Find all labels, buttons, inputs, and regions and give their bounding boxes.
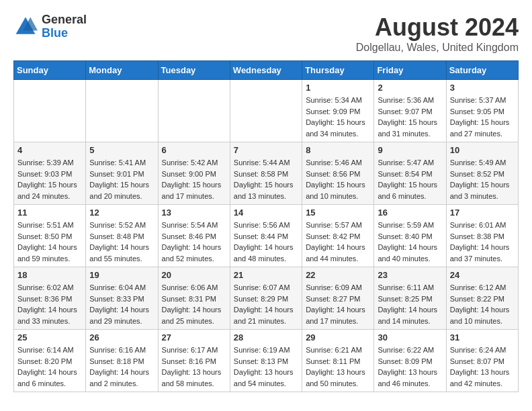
calendar-cell: 27Sunrise: 6:17 AM Sunset: 8:16 PM Dayli… [158,330,230,392]
day-number: 18 [17,270,82,280]
location-text: Dolgellau, Wales, United Kingdom [356,42,519,54]
calendar-cell: 28Sunrise: 6:19 AM Sunset: 8:13 PM Dayli… [230,330,302,392]
day-info: Sunrise: 5:46 AM Sunset: 8:56 PM Dayligh… [306,157,370,201]
day-info: Sunrise: 5:47 AM Sunset: 8:54 PM Dayligh… [378,157,442,201]
header-saturday: Saturday [446,61,518,80]
calendar-cell: 6Sunrise: 5:42 AM Sunset: 9:00 PM Daylig… [158,142,230,205]
day-number: 31 [450,332,515,342]
calendar-week-2: 4Sunrise: 5:39 AM Sunset: 9:03 PM Daylig… [14,142,519,205]
calendar-week-3: 11Sunrise: 5:51 AM Sunset: 8:50 PM Dayli… [14,205,519,267]
logo: General Blue [13,13,87,40]
day-info: Sunrise: 6:09 AM Sunset: 8:27 PM Dayligh… [306,282,370,326]
day-number: 8 [306,145,370,155]
day-info: Sunrise: 6:17 AM Sunset: 8:16 PM Dayligh… [162,345,226,389]
calendar-cell: 23Sunrise: 6:11 AM Sunset: 8:25 PM Dayli… [374,267,446,330]
day-number: 13 [162,208,226,218]
calendar-cell: 29Sunrise: 6:21 AM Sunset: 8:11 PM Dayli… [302,330,374,392]
header-monday: Monday [86,61,158,80]
calendar-week-1: 1Sunrise: 5:34 AM Sunset: 9:09 PM Daylig… [14,80,519,142]
header-thursday: Thursday [302,61,374,80]
calendar-cell: 19Sunrise: 6:04 AM Sunset: 8:33 PM Dayli… [86,267,158,330]
calendar-cell: 4Sunrise: 5:39 AM Sunset: 9:03 PM Daylig… [14,142,86,205]
day-info: Sunrise: 6:04 AM Sunset: 8:33 PM Dayligh… [89,282,154,326]
day-info: Sunrise: 5:39 AM Sunset: 9:03 PM Dayligh… [17,157,82,201]
header-row: Sunday Monday Tuesday Wednesday Thursday… [14,61,519,80]
calendar-cell: 13Sunrise: 5:54 AM Sunset: 8:46 PM Dayli… [158,205,230,267]
day-number: 7 [234,145,298,155]
calendar-cell: 7Sunrise: 5:44 AM Sunset: 8:58 PM Daylig… [230,142,302,205]
day-info: Sunrise: 6:16 AM Sunset: 8:18 PM Dayligh… [89,345,154,389]
day-number: 20 [162,270,226,280]
day-info: Sunrise: 5:34 AM Sunset: 9:09 PM Dayligh… [306,95,370,139]
day-number: 27 [162,332,226,342]
day-number: 16 [378,208,442,218]
calendar-cell: 12Sunrise: 5:52 AM Sunset: 8:48 PM Dayli… [86,205,158,267]
day-info: Sunrise: 5:41 AM Sunset: 9:01 PM Dayligh… [89,157,154,201]
day-info: Sunrise: 5:51 AM Sunset: 8:50 PM Dayligh… [17,220,82,264]
calendar-cell: 3Sunrise: 5:37 AM Sunset: 9:05 PM Daylig… [446,80,518,142]
day-number: 9 [378,145,442,155]
calendar-cell: 26Sunrise: 6:16 AM Sunset: 8:18 PM Dayli… [86,330,158,392]
day-info: Sunrise: 5:54 AM Sunset: 8:46 PM Dayligh… [162,220,226,264]
header-tuesday: Tuesday [158,61,230,80]
header-friday: Friday [374,61,446,80]
calendar-week-5: 25Sunrise: 6:14 AM Sunset: 8:20 PM Dayli… [14,330,519,392]
day-number: 11 [17,208,82,218]
calendar-table: Sunday Monday Tuesday Wednesday Thursday… [13,60,519,392]
day-number: 6 [162,145,226,155]
day-number: 22 [306,270,370,280]
calendar-cell: 17Sunrise: 6:01 AM Sunset: 8:38 PM Dayli… [446,205,518,267]
calendar-cell: 31Sunrise: 6:24 AM Sunset: 8:07 PM Dayli… [446,330,518,392]
calendar-cell: 15Sunrise: 5:57 AM Sunset: 8:42 PM Dayli… [302,205,374,267]
day-number: 19 [89,270,154,280]
day-info: Sunrise: 6:12 AM Sunset: 8:22 PM Dayligh… [450,282,515,326]
calendar-cell: 1Sunrise: 5:34 AM Sunset: 9:09 PM Daylig… [302,80,374,142]
day-number: 10 [450,145,515,155]
calendar-cell [86,80,158,142]
day-info: Sunrise: 5:49 AM Sunset: 8:52 PM Dayligh… [450,157,515,201]
day-number: 12 [89,208,154,218]
day-info: Sunrise: 5:37 AM Sunset: 9:05 PM Dayligh… [450,95,515,139]
day-number: 3 [450,83,515,93]
day-number: 1 [306,83,370,93]
day-number: 4 [17,145,82,155]
day-number: 24 [450,270,515,280]
day-info: Sunrise: 6:02 AM Sunset: 8:36 PM Dayligh… [17,282,82,326]
calendar-week-4: 18Sunrise: 6:02 AM Sunset: 8:36 PM Dayli… [14,267,519,330]
calendar-cell: 2Sunrise: 5:36 AM Sunset: 9:07 PM Daylig… [374,80,446,142]
day-info: Sunrise: 5:59 AM Sunset: 8:40 PM Dayligh… [378,220,442,264]
day-number: 23 [378,270,442,280]
calendar-cell [230,80,302,142]
calendar-cell: 10Sunrise: 5:49 AM Sunset: 8:52 PM Dayli… [446,142,518,205]
day-info: Sunrise: 5:52 AM Sunset: 8:48 PM Dayligh… [89,220,154,264]
day-number: 14 [234,208,298,218]
month-year-title: August 2024 [356,13,519,42]
calendar-cell: 20Sunrise: 6:06 AM Sunset: 8:31 PM Dayli… [158,267,230,330]
day-info: Sunrise: 6:24 AM Sunset: 8:07 PM Dayligh… [450,345,515,389]
calendar-cell: 11Sunrise: 5:51 AM Sunset: 8:50 PM Dayli… [14,205,86,267]
calendar-cell: 22Sunrise: 6:09 AM Sunset: 8:27 PM Dayli… [302,267,374,330]
calendar-cell [158,80,230,142]
day-number: 30 [378,332,442,342]
day-info: Sunrise: 6:01 AM Sunset: 8:38 PM Dayligh… [450,220,515,264]
header-wednesday: Wednesday [230,61,302,80]
day-info: Sunrise: 5:36 AM Sunset: 9:07 PM Dayligh… [378,95,442,139]
day-info: Sunrise: 6:14 AM Sunset: 8:20 PM Dayligh… [17,345,82,389]
calendar-cell [14,80,86,142]
calendar-cell: 16Sunrise: 5:59 AM Sunset: 8:40 PM Dayli… [374,205,446,267]
day-info: Sunrise: 5:56 AM Sunset: 8:44 PM Dayligh… [234,220,298,264]
day-info: Sunrise: 6:22 AM Sunset: 8:09 PM Dayligh… [378,345,442,389]
calendar-cell: 14Sunrise: 5:56 AM Sunset: 8:44 PM Dayli… [230,205,302,267]
day-info: Sunrise: 5:42 AM Sunset: 9:00 PM Dayligh… [162,157,226,201]
day-info: Sunrise: 6:19 AM Sunset: 8:13 PM Dayligh… [234,345,298,389]
day-info: Sunrise: 6:21 AM Sunset: 8:11 PM Dayligh… [306,345,370,389]
calendar-cell: 30Sunrise: 6:22 AM Sunset: 8:09 PM Dayli… [374,330,446,392]
day-info: Sunrise: 6:06 AM Sunset: 8:31 PM Dayligh… [162,282,226,326]
calendar-cell: 21Sunrise: 6:07 AM Sunset: 8:29 PM Dayli… [230,267,302,330]
logo-icon [13,15,38,39]
calendar-cell: 8Sunrise: 5:46 AM Sunset: 8:56 PM Daylig… [302,142,374,205]
day-number: 5 [89,145,154,155]
day-info: Sunrise: 5:57 AM Sunset: 8:42 PM Dayligh… [306,220,370,264]
calendar-cell: 24Sunrise: 6:12 AM Sunset: 8:22 PM Dayli… [446,267,518,330]
day-info: Sunrise: 6:07 AM Sunset: 8:29 PM Dayligh… [234,282,298,326]
